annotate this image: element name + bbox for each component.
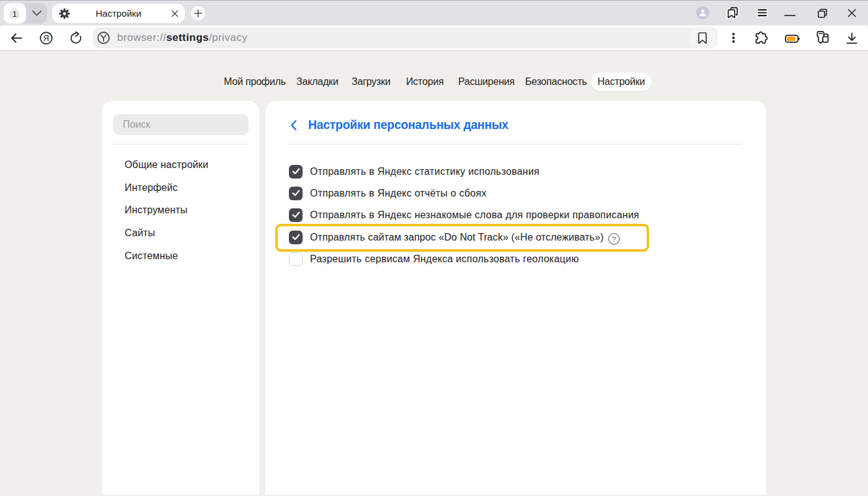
svg-text:Я: Я: [43, 33, 49, 43]
svg-text:?: ?: [612, 235, 616, 242]
